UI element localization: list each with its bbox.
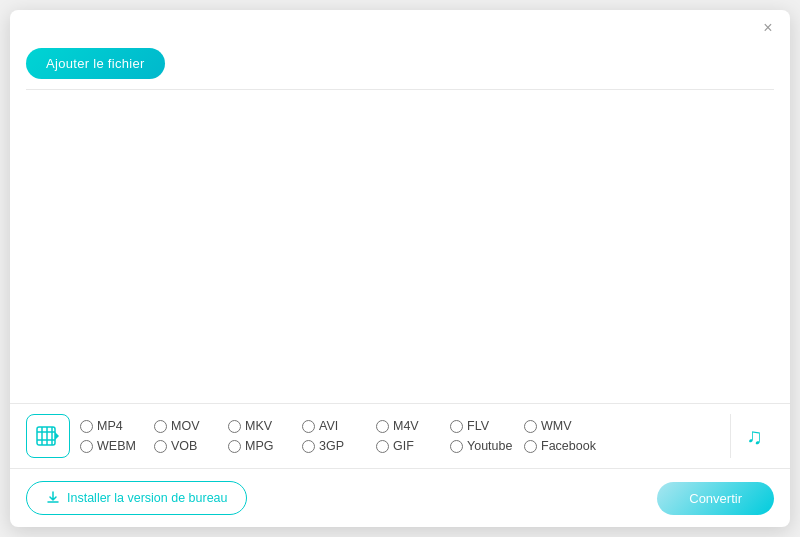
format-3gp: 3GP (302, 439, 372, 453)
add-file-button[interactable]: Ajouter le fichier (26, 48, 165, 79)
format-mkv: MKV (228, 419, 298, 433)
format-wmv: WMV (524, 419, 594, 433)
format-avi: AVI (302, 419, 372, 433)
format-flv: FLV (450, 419, 520, 433)
format-m4v: M4V (376, 419, 446, 433)
format-3gp-label[interactable]: 3GP (319, 439, 344, 453)
format-row-2: WEBM VOB MPG 3GP GIF (80, 439, 714, 453)
format-youtube-radio[interactable] (450, 440, 463, 453)
format-mpg-radio[interactable] (228, 440, 241, 453)
install-button[interactable]: Installer la version de bureau (26, 481, 247, 515)
format-row-1: MP4 MOV MKV AVI M4V (80, 419, 714, 433)
format-3gp-radio[interactable] (302, 440, 315, 453)
format-vob: VOB (154, 439, 224, 453)
svg-text:♫: ♫ (746, 424, 763, 449)
format-youtube-label[interactable]: Youtube (467, 439, 512, 453)
format-webm-label[interactable]: WEBM (97, 439, 136, 453)
format-avi-radio[interactable] (302, 420, 315, 433)
format-mp4-radio[interactable] (80, 420, 93, 433)
format-mp4: MP4 (80, 419, 150, 433)
bottom-bar: Installer la version de bureau Convertir (10, 468, 790, 527)
format-gif-radio[interactable] (376, 440, 389, 453)
audio-format-icon[interactable]: ♫ (730, 414, 774, 458)
toolbar: Ajouter le fichier (10, 42, 790, 89)
format-mpg-label[interactable]: MPG (245, 439, 273, 453)
format-gif-label[interactable]: GIF (393, 439, 414, 453)
close-button[interactable]: × (758, 18, 778, 38)
format-mov-radio[interactable] (154, 420, 167, 433)
format-facebook-label[interactable]: Facebook (541, 439, 596, 453)
format-vob-radio[interactable] (154, 440, 167, 453)
format-mov-label[interactable]: MOV (171, 419, 199, 433)
format-wmv-radio[interactable] (524, 420, 537, 433)
format-mkv-label[interactable]: MKV (245, 419, 272, 433)
content-area (10, 90, 790, 403)
download-icon (45, 490, 61, 506)
title-bar: × (10, 10, 790, 42)
format-facebook-radio[interactable] (524, 440, 537, 453)
format-webm-radio[interactable] (80, 440, 93, 453)
install-label: Installer la version de bureau (67, 491, 228, 505)
format-mkv-radio[interactable] (228, 420, 241, 433)
format-mov: MOV (154, 419, 224, 433)
format-vob-label[interactable]: VOB (171, 439, 197, 453)
convert-button[interactable]: Convertir (657, 482, 774, 515)
format-m4v-label[interactable]: M4V (393, 419, 419, 433)
video-format-icon[interactable] (26, 414, 70, 458)
format-m4v-radio[interactable] (376, 420, 389, 433)
format-gif: GIF (376, 439, 446, 453)
format-flv-radio[interactable] (450, 420, 463, 433)
format-bar: MP4 MOV MKV AVI M4V (10, 403, 790, 468)
format-options: MP4 MOV MKV AVI M4V (80, 419, 714, 453)
format-mp4-label[interactable]: MP4 (97, 419, 123, 433)
format-mpg: MPG (228, 439, 298, 453)
format-avi-label[interactable]: AVI (319, 419, 338, 433)
main-window: × Ajouter le fichier (10, 10, 790, 527)
format-wmv-label[interactable]: WMV (541, 419, 572, 433)
format-facebook: Facebook (524, 439, 596, 453)
format-webm: WEBM (80, 439, 150, 453)
format-youtube: Youtube (450, 439, 520, 453)
svg-marker-6 (55, 432, 59, 440)
format-flv-label[interactable]: FLV (467, 419, 489, 433)
